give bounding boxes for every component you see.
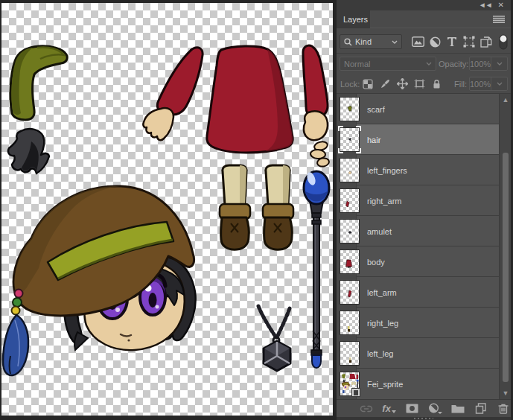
search-icon [344,38,352,46]
chevron-down-icon [426,62,432,66]
lock-position-icon[interactable] [395,77,409,90]
amulet-sprite [258,306,290,371]
chevron-down-icon [392,40,398,44]
chevron-down-icon [491,57,507,70]
layer-row-amulet[interactable]: amulet [337,216,499,246]
layer-thumbnail[interactable] [340,280,360,305]
opacity-dropdown[interactable]: 100% [469,57,508,71]
chevron-down-icon [491,77,507,90]
scroll-down-icon[interactable]: ▼ [501,389,510,398]
head-with-hat-sprite [3,186,196,375]
layer-thumbnail[interactable] [340,97,360,121]
kind-filter-dropdown[interactable]: Kind [340,34,402,49]
blend-mode-dropdown[interactable]: Normal [340,57,436,71]
layer-list: scarf hair left_fingers [337,94,511,399]
scarf-sprite [10,46,67,120]
layers-panel: ◄◄ ✕ Layers Kind [337,0,511,420]
type-layers-filter-icon[interactable] [445,35,459,48]
photoshop-window: ◄◄ ✕ Layers Kind [0,0,513,420]
layer-name: Fei_sprite [367,369,403,399]
smart-object-badge [351,388,360,397]
layer-thumbnail[interactable] [340,372,360,396]
fill-label: Fill: [454,80,467,89]
layer-row-right-leg[interactable]: right_leg [337,308,499,338]
layer-name: amulet [367,216,392,246]
layer-filter-row: Kind [337,28,511,54]
layer-thumbnail[interactable] [340,249,360,274]
left-arm-sprite [143,48,203,140]
resize-grip[interactable] [414,418,433,419]
hair-tuft-sprite [8,129,49,174]
bead-yellow [12,307,20,315]
lock-image-pixels-icon[interactable] [378,77,392,90]
layer-thumbnail[interactable] [340,188,360,213]
layer-row-body[interactable]: body [337,246,499,277]
shape-layers-filter-icon[interactable] [462,35,477,48]
left-leg-sprite [263,165,293,249]
add-layer-mask-button[interactable] [404,402,419,416]
delete-layer-button[interactable] [496,402,511,416]
filter-toggle-switch[interactable] [496,35,511,48]
layer-row-left-arm[interactable]: left_arm [337,277,499,308]
scroll-up-icon[interactable]: ▲ [501,95,510,104]
layer-name: left_fingers [367,155,407,185]
blend-mode-row: Normal Opacity: 100% [337,54,511,74]
opacity-label: Opacity: [439,60,468,69]
lock-label: Lock: [340,80,360,89]
layer-row-right-arm[interactable]: right_arm [337,185,499,216]
layer-thumbnail[interactable] [340,219,360,244]
bead-pink [15,290,23,298]
layer-name: scarf [367,94,385,124]
link-layers-button[interactable] [359,402,374,416]
layer-name: left_leg [367,338,393,369]
layer-style-fx-button[interactable]: fx [382,402,397,416]
new-group-button[interactable] [450,402,465,416]
adjustment-layers-filter-icon[interactable] [427,35,442,48]
layer-row-left-fingers[interactable]: left_fingers [337,155,499,185]
layer-thumbnail[interactable] [340,127,360,152]
scrollbar-thumb[interactable] [503,153,509,382]
lock-transparent-pixels-icon[interactable] [361,77,375,90]
layers-panel-footer: fx [337,399,511,417]
smart-objects-filter-icon[interactable] [479,35,494,48]
layer-row-hair[interactable]: hair [337,124,499,155]
staff-sprite [304,171,329,368]
lock-row: Lock: Fill: 100% [337,74,511,94]
layer-name: right_arm [367,185,401,216]
new-adjustment-layer-button[interactable] [427,402,442,416]
robe-body-sprite [207,46,293,153]
bead-green [13,298,22,307]
lock-all-icon[interactable] [430,77,443,90]
panel-menu-icon[interactable] [493,16,505,23]
panel-group-header: ◄◄ ✕ [337,0,511,10]
layer-name: hair [367,124,380,155]
layer-row-fei-sprite[interactable]: Fei_sprite [337,369,499,399]
right-leg-sprite [220,165,250,249]
panel-tab-bar: Layers [337,10,511,28]
layer-row-scarf[interactable]: scarf [337,94,499,124]
collapse-panels-icon[interactable]: ◄◄ [479,1,492,9]
lock-artboard-nesting-icon[interactable] [412,77,426,90]
pixel-layers-filter-icon[interactable] [410,35,425,48]
layer-thumbnail[interactable] [340,311,360,335]
fill-dropdown[interactable]: 100% [469,77,508,91]
layer-name: right_leg [367,308,398,338]
layer-name: left_arm [367,277,397,308]
layer-thumbnail[interactable] [340,341,360,366]
layer-thumbnail[interactable] [340,158,360,182]
new-layer-button[interactable] [474,402,488,416]
layer-name: body [367,246,385,277]
layer-list-scrollbar[interactable]: ▲ ▼ [499,94,511,399]
close-panel-icon[interactable]: ✕ [498,1,503,9]
tab-layers[interactable]: Layers [337,10,370,28]
canvas[interactable] [1,3,333,416]
sprite-sheet [1,3,333,416]
left-fingers-sprite [310,140,330,167]
right-arm-sprite [303,45,328,140]
layer-row-left-leg[interactable]: left_leg [337,338,499,369]
